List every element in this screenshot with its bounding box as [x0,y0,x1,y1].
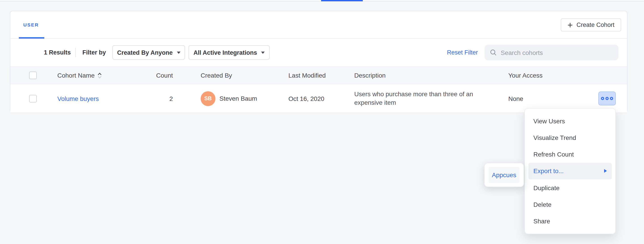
menu-item-refresh-count[interactable]: Refresh Count [528,146,612,163]
menu-item-label: Refresh Count [534,151,574,158]
search-cohorts-box [484,45,618,60]
menu-item-label: Share [534,218,550,225]
menu-item-visualize-trend[interactable]: Visualize Trend [528,129,612,146]
chevron-down-icon [177,51,180,54]
integrations-dropdown[interactable]: All Active Integrations [188,45,270,60]
menu-item-share[interactable]: Share [528,213,612,230]
table-header-row: Cohort Name Count Created By Last Modifi… [10,66,627,84]
cohorts-card: USER Create Cohort 1 Results Filter by C… [10,11,628,113]
active-nav-tab-indicator [321,0,363,1]
created-by-cell: SB Steven Baum [201,91,257,106]
column-header-count: Count [136,72,173,79]
menu-item-view-users[interactable]: View Users [528,113,612,129]
description-cell: Users who purchase more than three of an… [354,90,480,107]
tab-user-label: USER [23,22,39,27]
last-modified-cell: Oct 16, 2020 [288,95,324,102]
select-all-checkbox[interactable] [29,72,37,79]
results-count: 1 Results [44,49,71,56]
column-header-last-modified: Last Modified [288,72,326,79]
search-icon [490,49,497,56]
tab-user[interactable]: USER [19,11,44,38]
filter-by-label: Filter by [82,49,106,56]
row-actions-context-menu: View Users Visualize Trend Refresh Count… [524,108,616,234]
top-navbar-edge [0,0,644,1]
plus-icon [568,22,573,28]
create-cohort-button[interactable]: Create Cohort [561,18,621,31]
kebab-dot [610,97,613,100]
menu-item-label: View Users [534,117,565,124]
row-actions-kebab-button[interactable] [598,92,616,105]
tab-bar: USER Create Cohort [10,11,627,39]
column-header-cohort-name-label: Cohort Name [57,72,95,79]
reset-filter-link[interactable]: Reset Filter [447,49,478,56]
column-header-created-by: Created By [201,72,232,79]
checkbox[interactable] [29,72,37,79]
menu-item-label: Delete [534,201,552,208]
column-header-cohort-name[interactable]: Cohort Name [57,72,102,79]
kebab-dot [606,97,608,100]
created-by-name: Steven Baum [220,95,257,102]
cohort-name-link[interactable]: Volume buyers [57,95,99,102]
created-by-dropdown[interactable]: Created By Anyone [112,45,185,60]
cohort-count: 2 [136,95,173,102]
integrations-dropdown-label: All Active Integrations [194,49,257,56]
export-submenu: Appcues [484,163,524,187]
row-checkbox-cell [29,95,37,102]
sort-icon [98,72,102,78]
column-header-description: Description [354,72,480,79]
submenu-arrow-icon [604,169,607,173]
your-access-cell: None [508,95,523,102]
avatar: SB [201,91,216,106]
filter-bar: 1 Results Filter by Created By Anyone Al… [10,39,627,66]
kebab-dot [601,97,604,100]
tab-user-active-underline [19,37,44,39]
column-header-your-access: Your Access [508,72,542,79]
menu-item-delete[interactable]: Delete [528,196,612,213]
description-text: Users who purchase more than three of an… [354,90,480,107]
menu-item-duplicate[interactable]: Duplicate [528,179,612,196]
chevron-down-icon [261,51,265,54]
filter-divider [75,48,76,57]
created-by-dropdown-label: Created By Anyone [117,49,173,56]
search-input[interactable] [501,49,613,56]
menu-item-label: Export to... [534,167,564,175]
create-cohort-label: Create Cohort [576,22,614,28]
cohorts-page: USER Create Cohort 1 Results Filter by C… [0,0,644,244]
row-checkbox[interactable] [29,95,37,102]
submenu-item-appcues[interactable]: Appcues [488,167,520,183]
menu-item-export-to[interactable]: Export to... [528,163,612,180]
menu-item-label: Duplicate [534,184,560,191]
menu-item-label: Visualize Trend [534,134,576,141]
